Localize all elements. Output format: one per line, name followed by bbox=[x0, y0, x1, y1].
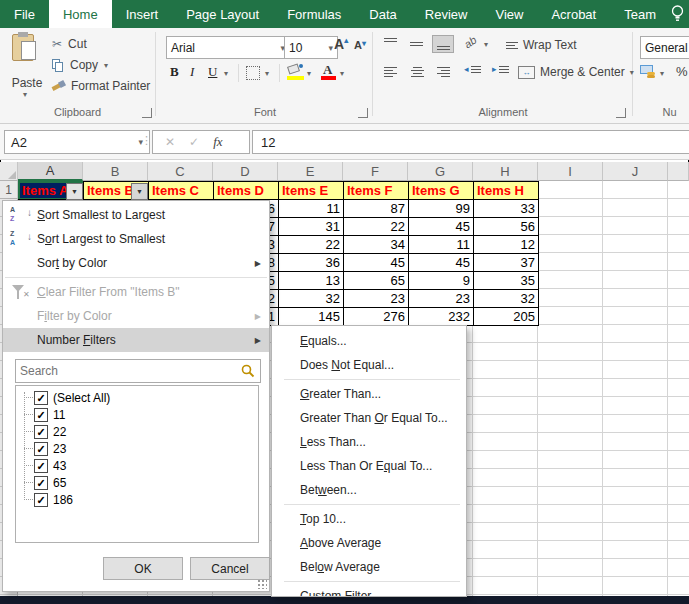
cell-E5[interactable]: 36 bbox=[278, 253, 344, 272]
col-header-H[interactable]: H bbox=[473, 162, 538, 181]
cell-G1[interactable]: Items G bbox=[408, 181, 474, 200]
col-header-I[interactable]: I bbox=[538, 162, 603, 181]
filter-button-items-a[interactable]: ▼ bbox=[66, 183, 83, 200]
cell-G5[interactable]: 45 bbox=[408, 253, 474, 272]
number-format-combo[interactable]: General bbox=[640, 36, 689, 59]
cell-F5[interactable]: 45 bbox=[343, 253, 409, 272]
cell-E3[interactable]: 31 bbox=[278, 217, 344, 236]
tab-team[interactable]: Team bbox=[610, 0, 670, 28]
submenu-item-below-average[interactable]: Below Average bbox=[272, 555, 466, 579]
fill-color-button[interactable] bbox=[287, 64, 305, 82]
menu-item-sort-largest[interactable]: ZA↓ Sort Largest to Smallest bbox=[3, 227, 269, 251]
bold-button[interactable]: B bbox=[170, 64, 179, 80]
submenu-item-less-than-or-equal[interactable]: Less Than Or Equal To... bbox=[272, 454, 466, 478]
format-painter-button[interactable]: Format Painter bbox=[52, 78, 150, 94]
tab-page-layout[interactable]: Page Layout bbox=[172, 0, 273, 28]
filter-button-items-b[interactable]: ▼ bbox=[131, 183, 148, 200]
checkbox-checked-icon[interactable]: ✓ bbox=[34, 408, 48, 422]
name-box[interactable]: A2 ▾ bbox=[4, 130, 150, 154]
fill-color-dropdown-arrow-icon[interactable]: ▾ bbox=[307, 69, 311, 78]
submenu-item-greater-than[interactable]: Greater Than... bbox=[272, 382, 466, 406]
align-right-button[interactable] bbox=[432, 64, 454, 82]
filter-value-23[interactable]: ✓23 bbox=[16, 440, 258, 457]
row-header-1[interactable]: 1 bbox=[0, 181, 18, 199]
cell-F1[interactable]: Items F bbox=[343, 181, 409, 200]
col-header-G[interactable]: G bbox=[408, 162, 473, 181]
enter-entry-icon[interactable]: ✓ bbox=[189, 135, 199, 149]
cell-E2[interactable]: 11 bbox=[278, 199, 344, 218]
cell-F7[interactable]: 23 bbox=[343, 289, 409, 308]
col-header-C[interactable]: C bbox=[148, 162, 213, 181]
top-align-button[interactable] bbox=[380, 35, 402, 53]
font-dialog-launcher[interactable] bbox=[358, 108, 368, 118]
cell-G8[interactable]: 232 bbox=[408, 307, 474, 326]
tab-formulas[interactable]: Formulas bbox=[273, 0, 355, 28]
filter-value-list[interactable]: ✓(Select All) ✓11 ✓22 ✓23 ✓43 ✓65 ✓186 bbox=[15, 385, 259, 543]
cell-E7[interactable]: 32 bbox=[278, 289, 344, 308]
alignment-dialog-launcher[interactable] bbox=[616, 108, 626, 118]
cell-H4[interactable]: 12 bbox=[473, 235, 539, 254]
middle-align-button[interactable] bbox=[406, 35, 428, 53]
font-size-combo[interactable]: 10 ▾ bbox=[284, 36, 338, 59]
paste-button[interactable]: Paste ▾ bbox=[6, 32, 48, 102]
percent-style-button[interactable]: % bbox=[676, 64, 688, 79]
filter-value-22[interactable]: ✓22 bbox=[16, 423, 258, 440]
underline-dropdown-arrow-icon[interactable]: ▾ bbox=[224, 69, 228, 78]
cell-D1[interactable]: Items D bbox=[213, 181, 279, 200]
orientation-button[interactable]: ab bbox=[462, 34, 479, 51]
cell-E4[interactable]: 22 bbox=[278, 235, 344, 254]
insert-function-icon[interactable]: fx bbox=[213, 134, 222, 150]
checkbox-checked-icon[interactable]: ✓ bbox=[34, 476, 48, 490]
wrap-text-button[interactable]: Wrap Text bbox=[506, 38, 577, 52]
name-box-splitter[interactable]: ⋮ bbox=[141, 134, 152, 147]
clipboard-dialog-launcher[interactable] bbox=[142, 108, 152, 118]
menu-item-sort-smallest[interactable]: AZ↓ Sort Smallest to Largest bbox=[3, 203, 269, 227]
tab-data[interactable]: Data bbox=[355, 0, 410, 28]
increase-indent-button[interactable]: ▸ bbox=[492, 64, 509, 74]
cell-E8[interactable]: 145 bbox=[278, 307, 344, 326]
font-color-button[interactable]: A bbox=[321, 62, 337, 82]
menu-item-sort-by-color[interactable]: Sort by Color ▶ bbox=[3, 251, 269, 275]
copy-button[interactable]: Copy ▾ bbox=[52, 57, 108, 73]
increase-font-button[interactable]: A▴ bbox=[334, 36, 348, 52]
underline-button[interactable]: U bbox=[208, 64, 217, 80]
decrease-indent-button[interactable]: ◂ bbox=[464, 64, 481, 74]
submenu-item-above-average[interactable]: Above Average bbox=[272, 531, 466, 555]
borders-dropdown-arrow-icon[interactable]: ▾ bbox=[265, 69, 269, 78]
filter-value-186[interactable]: ✓186 bbox=[16, 491, 258, 508]
cell-F3[interactable]: 22 bbox=[343, 217, 409, 236]
cell-G2[interactable]: 99 bbox=[408, 199, 474, 218]
filter-search-box[interactable] bbox=[15, 359, 261, 383]
cell-G3[interactable]: 45 bbox=[408, 217, 474, 236]
tab-acrobat[interactable]: Acrobat bbox=[537, 0, 610, 28]
menu-item-number-filters[interactable]: Number Filters ▶ bbox=[3, 328, 269, 352]
decrease-font-button[interactable]: A▾ bbox=[354, 39, 366, 51]
submenu-item-between[interactable]: Between... bbox=[272, 478, 466, 502]
align-left-button[interactable] bbox=[380, 64, 402, 82]
checkbox-checked-icon[interactable]: ✓ bbox=[34, 425, 48, 439]
cell-F8[interactable]: 276 bbox=[343, 307, 409, 326]
tab-insert[interactable]: Insert bbox=[112, 0, 173, 28]
cell-C1[interactable]: Items C bbox=[148, 181, 214, 200]
tab-home[interactable]: Home bbox=[49, 0, 112, 28]
submenu-item-greater-than-or-equal[interactable]: Greater Than Or Equal To... bbox=[272, 406, 466, 430]
cell-H8[interactable]: 205 bbox=[473, 307, 539, 326]
cell-H3[interactable]: 56 bbox=[473, 217, 539, 236]
cell-H6[interactable]: 35 bbox=[473, 271, 539, 290]
formula-input[interactable]: 12 bbox=[252, 130, 689, 154]
italic-button[interactable]: I bbox=[190, 64, 194, 80]
font-name-combo[interactable]: Arial ▾ bbox=[166, 36, 290, 59]
font-color-dropdown-arrow-icon[interactable]: ▾ bbox=[340, 69, 344, 78]
merge-center-button[interactable]: ↔ Merge & Center ▾ bbox=[518, 65, 634, 79]
checkbox-checked-icon[interactable]: ✓ bbox=[34, 459, 48, 473]
ok-button[interactable]: OK bbox=[103, 557, 183, 580]
submenu-item-top-10[interactable]: Top 10... bbox=[272, 507, 466, 531]
cancel-button[interactable]: Cancel bbox=[190, 557, 270, 580]
filter-search-input[interactable] bbox=[16, 364, 240, 378]
checkbox-checked-icon[interactable]: ✓ bbox=[34, 442, 48, 456]
checkbox-checked-icon[interactable]: ✓ bbox=[34, 391, 48, 405]
col-header-J[interactable]: J bbox=[603, 162, 668, 181]
tab-file[interactable]: File bbox=[0, 0, 49, 28]
submenu-item-does-not-equal[interactable]: Does Not Equal... bbox=[272, 353, 466, 377]
bottom-align-button[interactable] bbox=[432, 35, 454, 53]
